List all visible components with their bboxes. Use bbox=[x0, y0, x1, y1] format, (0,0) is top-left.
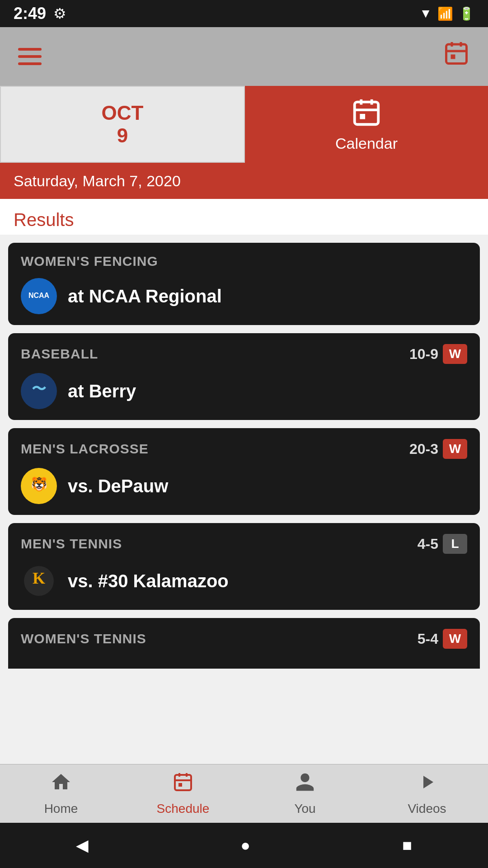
tab-date[interactable]: OCT 9 bbox=[0, 86, 245, 163]
game-score-mens-lacrosse: 20-3 W bbox=[409, 439, 467, 459]
tab-calendar-icon bbox=[351, 97, 382, 130]
nav-label-home: Home bbox=[44, 802, 78, 816]
result-badge-mens-tennis: L bbox=[443, 534, 467, 554]
svg-rect-18 bbox=[175, 775, 191, 790]
opponent-mens-tennis: vs. #30 Kalamazoo bbox=[68, 571, 229, 591]
status-bar: 2:49 ⚙ ▼ 📶 🔋 bbox=[0, 0, 488, 27]
wifi-icon: ▼ bbox=[419, 6, 432, 21]
opponent-womens-fencing: at NCAA Regional bbox=[68, 286, 222, 307]
game-score-womens-tennis: 5-4 W bbox=[418, 629, 467, 649]
score-mens-tennis: 4-5 bbox=[418, 536, 438, 552]
home-icon bbox=[50, 771, 72, 798]
android-nav: ◀ ● ■ bbox=[0, 823, 488, 868]
you-icon bbox=[294, 771, 316, 798]
nav-item-schedule[interactable]: Schedule bbox=[147, 771, 219, 816]
sport-label-baseball: BASEBALL bbox=[21, 346, 98, 362]
header bbox=[0, 27, 488, 86]
games-list: WOMEN'S FENCING NCAA at NCAA Regional BA… bbox=[0, 243, 488, 669]
svg-rect-9 bbox=[360, 113, 365, 119]
bottom-nav: Home Schedule You Videos bbox=[0, 764, 488, 823]
tab-bar: OCT 9 Calendar bbox=[0, 86, 488, 163]
game-card-womens-tennis[interactable]: WOMEN'S TENNIS 5-4 W bbox=[8, 618, 480, 669]
nav-label-schedule: Schedule bbox=[157, 802, 210, 816]
team-logo-ncaa: NCAA bbox=[21, 278, 57, 314]
gear-icon: ⚙ bbox=[53, 5, 66, 22]
team-logo-berry: 〜 bbox=[21, 373, 57, 409]
status-right-icons: ▼ 📶 🔋 bbox=[419, 6, 474, 21]
results-title: Results bbox=[14, 210, 74, 230]
svg-text:〜: 〜 bbox=[32, 381, 46, 397]
score-womens-tennis: 5-4 bbox=[418, 631, 438, 647]
opponent-mens-lacrosse: vs. DePauw bbox=[68, 476, 168, 496]
hamburger-menu[interactable] bbox=[18, 48, 42, 65]
nav-label-videos: Videos bbox=[408, 802, 446, 816]
videos-icon bbox=[416, 771, 438, 798]
game-card-mens-lacrosse[interactable]: MEN'S LACROSSE 20-3 W 🐯 vs. DePauw bbox=[8, 428, 480, 515]
battery-icon: 🔋 bbox=[459, 6, 474, 21]
game-card-mens-tennis[interactable]: MEN'S TENNIS 4-5 L K vs. #30 Kalamazoo bbox=[8, 523, 480, 610]
back-button[interactable]: ◀ bbox=[76, 836, 89, 855]
svg-text:NCAA: NCAA bbox=[28, 292, 50, 299]
date-banner-text: Saturday, March 7, 2020 bbox=[14, 172, 181, 190]
header-calendar-icon[interactable] bbox=[443, 40, 470, 73]
date-banner: Saturday, March 7, 2020 bbox=[0, 163, 488, 199]
svg-text:🐯: 🐯 bbox=[31, 476, 48, 492]
team-logo-depauw: 🐯 bbox=[21, 468, 57, 504]
svg-rect-0 bbox=[446, 44, 467, 64]
game-score-mens-tennis: 4-5 L bbox=[418, 534, 467, 554]
nav-item-you[interactable]: You bbox=[269, 771, 341, 816]
nav-item-home[interactable]: Home bbox=[25, 771, 97, 816]
sport-label-womens-fencing: WOMEN'S FENCING bbox=[21, 254, 158, 269]
score-mens-lacrosse: 20-3 bbox=[409, 441, 438, 458]
opponent-baseball: at Berry bbox=[68, 381, 136, 401]
recent-button[interactable]: ■ bbox=[402, 836, 412, 855]
svg-rect-22 bbox=[178, 783, 182, 787]
result-badge-mens-lacrosse: W bbox=[443, 439, 467, 459]
sport-label-womens-tennis: WOMEN'S TENNIS bbox=[21, 631, 146, 646]
score-baseball: 10-9 bbox=[409, 346, 438, 363]
sport-label-mens-tennis: MEN'S TENNIS bbox=[21, 536, 122, 552]
team-logo-kalamazoo: K bbox=[21, 563, 57, 599]
schedule-icon bbox=[172, 771, 194, 798]
status-time: 2:49 bbox=[14, 4, 46, 23]
svg-rect-4 bbox=[451, 55, 455, 59]
game-card-baseball[interactable]: BASEBALL 10-9 W 〜 at Berry bbox=[8, 333, 480, 420]
game-score-baseball: 10-9 W bbox=[409, 344, 467, 364]
tab-calendar[interactable]: Calendar bbox=[245, 86, 488, 163]
result-badge-baseball: W bbox=[443, 344, 467, 364]
game-card-womens-fencing[interactable]: WOMEN'S FENCING NCAA at NCAA Regional bbox=[8, 243, 480, 325]
svg-text:K: K bbox=[33, 569, 45, 587]
signal-icon: 📶 bbox=[437, 6, 453, 21]
nav-item-videos[interactable]: Videos bbox=[391, 771, 463, 816]
home-button[interactable]: ● bbox=[240, 836, 250, 855]
tab-calendar-label: Calendar bbox=[335, 135, 398, 152]
results-section: Results bbox=[0, 199, 488, 235]
sport-label-mens-lacrosse: MEN'S LACROSSE bbox=[21, 441, 149, 457]
result-badge-womens-tennis: W bbox=[443, 629, 467, 649]
svg-rect-5 bbox=[355, 102, 379, 124]
nav-label-you: You bbox=[294, 802, 315, 816]
tab-date-month: OCT bbox=[102, 102, 144, 124]
tab-date-day: 9 bbox=[117, 124, 128, 147]
